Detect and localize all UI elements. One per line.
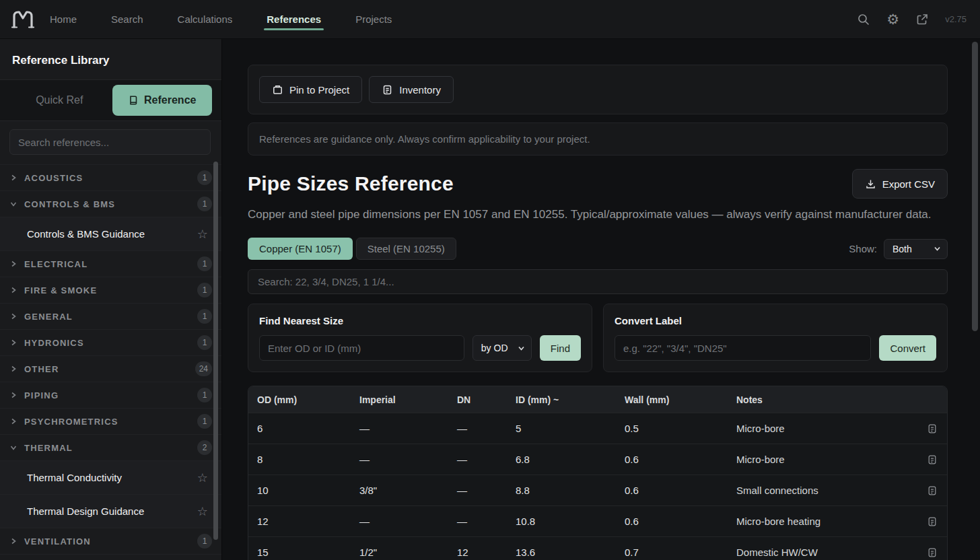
nav-item-home[interactable]: Home: [48, 1, 78, 38]
sidebar-item-fire-smoke[interactable]: FIRE & SMOKE1: [0, 277, 221, 304]
sidebar-title: Reference Library: [12, 54, 209, 67]
sidebar-subitem-thermal-conductivity[interactable]: Thermal Conductivity☆: [0, 461, 221, 495]
convert-button[interactable]: Convert: [879, 335, 936, 361]
cell-id: 5: [507, 423, 616, 434]
pin-to-project-button[interactable]: Pin to Project: [259, 76, 362, 103]
book-icon: [128, 95, 139, 106]
column-header-od-mm: OD (mm): [248, 394, 351, 405]
pin-to-project-label: Pin to Project: [289, 84, 349, 96]
cell-dn: —: [448, 485, 507, 496]
pipe-m-logo-icon: [10, 8, 36, 31]
app-logo[interactable]: [9, 7, 36, 32]
table-row[interactable]: 151/2"1213.60.7Domestic HW/CW: [248, 536, 947, 560]
cell-dn: —: [448, 516, 507, 527]
find-mode-value: by OD: [481, 343, 508, 353]
show-filter-select[interactable]: Both: [884, 239, 948, 259]
sidebar-item-thermal[interactable]: THERMAL2: [0, 435, 221, 461]
sidebar-search-input[interactable]: [9, 129, 211, 155]
main-nav: HomeSearchCalculationsReferencesProjects: [48, 1, 393, 38]
pipe-search-input[interactable]: [248, 269, 948, 294]
count-badge: 1: [197, 309, 212, 324]
cell-wall: 0.6: [616, 454, 728, 465]
star-icon[interactable]: ☆: [197, 228, 208, 240]
note-doc-icon: [927, 485, 938, 496]
external-link-icon[interactable]: [915, 13, 929, 26]
count-badge: 1: [197, 335, 212, 350]
main-content: Pin to Project Inventory References are …: [222, 39, 980, 560]
sidebar-item-controls-bms[interactable]: CONTROLS & BMS1: [0, 191, 221, 217]
cell-dn: —: [448, 454, 507, 465]
nav-item-search[interactable]: Search: [110, 1, 145, 38]
chevron-right-icon: [9, 286, 18, 294]
table-row[interactable]: 6——50.5Micro-bore: [248, 413, 947, 444]
convert-input[interactable]: [615, 335, 871, 361]
note-doc-icon: [927, 454, 938, 465]
cell-notes: Domestic HW/CW: [728, 547, 917, 558]
cell-imperial: 3/8": [351, 485, 448, 496]
cell-notes: Micro-bore: [728, 454, 917, 465]
material-tab-copper-en-1057[interactable]: Copper (EN 1057): [248, 238, 353, 260]
chevron-right-icon: [9, 365, 18, 373]
star-icon[interactable]: ☆: [197, 505, 208, 518]
sidebar-item-other[interactable]: OTHER24: [0, 356, 221, 382]
cell-id: 13.6: [507, 547, 616, 558]
material-tab-steel-en-10255[interactable]: Steel (EN 10255): [356, 238, 456, 260]
app-version: v2.75: [945, 14, 967, 24]
sidebar-subitem-controls-bms-guidance[interactable]: Controls & BMS Guidance☆: [0, 217, 221, 251]
sidebar-item-ventilation[interactable]: VENTILATION1: [0, 528, 221, 555]
inventory-button[interactable]: Inventory: [369, 76, 454, 103]
reference-tab-label: Reference: [144, 94, 196, 106]
row-note-button[interactable]: [917, 485, 947, 496]
subitem-label: Thermal Conductivity: [27, 472, 122, 483]
nav-item-references[interactable]: References: [265, 1, 322, 38]
table-row[interactable]: 103/8"—8.80.6Small connections: [248, 475, 947, 505]
download-icon: [865, 178, 876, 190]
chevron-right-icon: [9, 417, 18, 425]
count-badge: 1: [197, 534, 212, 549]
cell-wall: 0.5: [616, 423, 728, 434]
sidebar-item-piping[interactable]: PIPING1: [0, 382, 221, 409]
star-icon[interactable]: ☆: [197, 472, 208, 484]
row-note-button[interactable]: [917, 547, 947, 558]
find-button[interactable]: Find: [540, 335, 581, 361]
row-note-button[interactable]: [917, 516, 947, 527]
inventory-label: Inventory: [399, 84, 441, 96]
search-icon[interactable]: [857, 13, 870, 26]
find-mode-select[interactable]: by OD: [473, 335, 532, 361]
sidebar-scrollbar[interactable]: [213, 162, 218, 540]
page-scrollbar[interactable]: [972, 42, 978, 331]
row-note-button[interactable]: [917, 423, 947, 434]
cell-od: 6: [248, 423, 351, 434]
nav-item-projects[interactable]: Projects: [354, 1, 393, 38]
settings-gear-icon[interactable]: ⚙: [886, 12, 899, 26]
sidebar-item-psychrometrics[interactable]: PSYCHROMETRICS1: [0, 409, 221, 435]
cell-od: 8: [248, 454, 351, 465]
note-doc-icon: [927, 516, 938, 527]
sidebar-item-general[interactable]: GENERAL1: [0, 304, 221, 330]
row-note-button[interactable]: [917, 454, 947, 465]
quick-ref-tab[interactable]: Quick Ref: [9, 85, 110, 116]
sidebar-item-electrical[interactable]: ELECTRICAL1: [0, 251, 221, 277]
count-badge: 1: [197, 414, 212, 429]
reference-tab[interactable]: Reference: [112, 85, 213, 116]
sidebar-subitem-thermal-design-guidance[interactable]: Thermal Design Guidance☆: [0, 495, 221, 528]
cell-dn: 12: [448, 547, 507, 558]
chevron-down-icon: [9, 200, 18, 208]
sidebar-item-acoustics[interactable]: ACOUSTICS1: [0, 165, 221, 191]
category-label: FIRE & SMOKE: [24, 285, 97, 295]
page-toolbar: Pin to Project Inventory: [248, 65, 948, 114]
table-row[interactable]: 12——10.80.6Micro-bore heating: [248, 505, 947, 536]
reference-sidebar: Reference Library Quick Ref Reference AC…: [0, 39, 222, 560]
cell-id: 6.8: [507, 454, 616, 465]
nav-item-calculations[interactable]: Calculations: [176, 1, 234, 38]
table-header-row: OD (mm)ImperialDNID (mm) ~Wall (mm)Notes: [248, 386, 947, 413]
chevron-right-icon: [9, 391, 18, 399]
find-nearest-input[interactable]: [259, 335, 464, 361]
sidebar-item-hydronics[interactable]: HYDRONICS1: [0, 330, 221, 356]
column-header-wall-mm: Wall (mm): [616, 394, 728, 405]
export-csv-button[interactable]: Export CSV: [852, 169, 948, 199]
cell-imperial: —: [351, 454, 448, 465]
count-badge: 1: [197, 388, 212, 403]
column-header-notes: Notes: [728, 394, 917, 405]
table-row[interactable]: 8——6.80.6Micro-bore: [248, 444, 947, 475]
